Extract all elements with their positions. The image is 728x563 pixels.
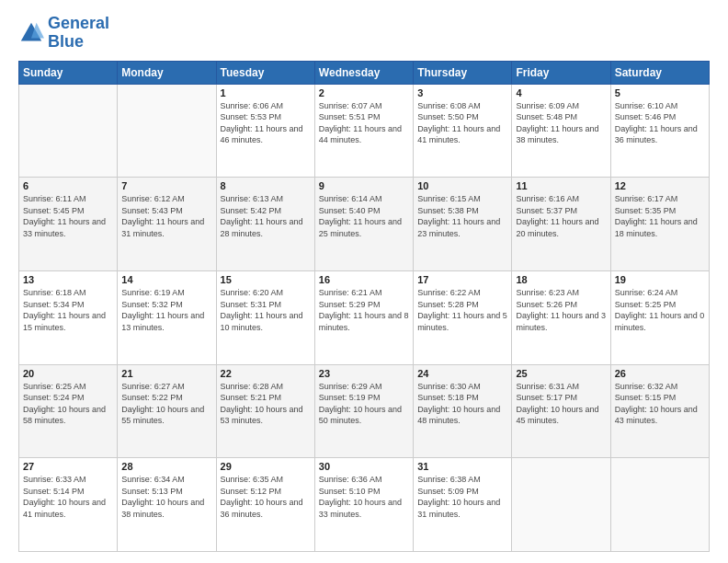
calendar-week-row: 20Sunrise: 6:25 AMSunset: 5:24 PMDayligh… — [19, 364, 710, 458]
calendar-table: SundayMondayTuesdayWednesdayThursdayFrid… — [18, 61, 710, 552]
day-number: 17 — [417, 274, 507, 285]
day-info: Sunrise: 6:11 AMSunset: 5:45 PMDaylight:… — [23, 193, 113, 239]
calendar-cell: 19Sunrise: 6:24 AMSunset: 5:25 PMDayligh… — [610, 270, 709, 364]
day-info: Sunrise: 6:14 AMSunset: 5:40 PMDaylight:… — [319, 193, 409, 239]
calendar-cell: 2Sunrise: 6:07 AMSunset: 5:51 PMDaylight… — [314, 84, 413, 178]
calendar-day-header: Saturday — [610, 61, 709, 84]
calendar-day-header: Wednesday — [314, 61, 413, 84]
page: General Blue SundayMondayTuesdayWednesda… — [0, 0, 728, 563]
calendar-cell: 27Sunrise: 6:33 AMSunset: 5:14 PMDayligh… — [19, 458, 118, 552]
day-info: Sunrise: 6:38 AMSunset: 5:09 PMDaylight:… — [417, 474, 507, 520]
day-info: Sunrise: 6:25 AMSunset: 5:24 PMDaylight:… — [23, 381, 113, 427]
calendar-week-row: 13Sunrise: 6:18 AMSunset: 5:34 PMDayligh… — [19, 270, 710, 364]
calendar-day-header: Sunday — [19, 61, 118, 84]
day-info: Sunrise: 6:10 AMSunset: 5:46 PMDaylight:… — [615, 100, 705, 146]
calendar-cell: 26Sunrise: 6:32 AMSunset: 5:15 PMDayligh… — [610, 364, 709, 458]
calendar-cell: 29Sunrise: 6:35 AMSunset: 5:12 PMDayligh… — [216, 458, 314, 552]
calendar-week-row: 6Sunrise: 6:11 AMSunset: 5:45 PMDaylight… — [19, 178, 710, 271]
day-number: 29 — [221, 461, 311, 472]
calendar-cell: 13Sunrise: 6:18 AMSunset: 5:34 PMDayligh… — [19, 270, 118, 364]
day-number: 27 — [23, 461, 113, 472]
day-number: 1 — [221, 87, 311, 98]
day-info: Sunrise: 6:07 AMSunset: 5:51 PMDaylight:… — [319, 100, 409, 146]
day-number: 3 — [417, 87, 507, 98]
calendar-day-header: Thursday — [414, 61, 512, 84]
day-info: Sunrise: 6:09 AMSunset: 5:48 PMDaylight:… — [516, 100, 606, 146]
calendar-cell: 6Sunrise: 6:11 AMSunset: 5:45 PMDaylight… — [19, 178, 118, 271]
calendar-cell: 1Sunrise: 6:06 AMSunset: 5:53 PMDaylight… — [216, 84, 314, 178]
calendar-cell: 22Sunrise: 6:28 AMSunset: 5:21 PMDayligh… — [216, 364, 314, 458]
calendar-cell: 18Sunrise: 6:23 AMSunset: 5:26 PMDayligh… — [512, 270, 610, 364]
day-number: 12 — [615, 180, 705, 191]
calendar-cell: 8Sunrise: 6:13 AMSunset: 5:42 PMDaylight… — [216, 178, 314, 271]
calendar-cell — [19, 84, 118, 178]
calendar-day-header: Monday — [118, 61, 216, 84]
day-number: 14 — [121, 274, 211, 285]
day-info: Sunrise: 6:27 AMSunset: 5:22 PMDaylight:… — [121, 381, 211, 427]
day-number: 31 — [417, 461, 507, 472]
day-number: 23 — [319, 368, 409, 379]
day-info: Sunrise: 6:29 AMSunset: 5:19 PMDaylight:… — [319, 381, 409, 427]
day-number: 10 — [417, 180, 507, 191]
day-info: Sunrise: 6:12 AMSunset: 5:43 PMDaylight:… — [121, 193, 211, 239]
calendar-cell — [118, 84, 216, 178]
header: General Blue — [18, 15, 710, 52]
day-info: Sunrise: 6:36 AMSunset: 5:10 PMDaylight:… — [319, 474, 409, 520]
calendar-cell: 20Sunrise: 6:25 AMSunset: 5:24 PMDayligh… — [19, 364, 118, 458]
day-number: 5 — [615, 87, 705, 98]
day-info: Sunrise: 6:15 AMSunset: 5:38 PMDaylight:… — [417, 193, 507, 239]
calendar-cell: 5Sunrise: 6:10 AMSunset: 5:46 PMDaylight… — [610, 84, 709, 178]
logo: General Blue — [18, 15, 109, 52]
day-number: 28 — [121, 461, 211, 472]
calendar-cell: 14Sunrise: 6:19 AMSunset: 5:32 PMDayligh… — [118, 270, 216, 364]
logo-icon — [18, 20, 44, 46]
day-number: 21 — [121, 368, 211, 379]
day-number: 20 — [23, 368, 113, 379]
day-number: 6 — [23, 180, 113, 191]
calendar-day-header: Friday — [512, 61, 610, 84]
day-number: 18 — [516, 274, 606, 285]
calendar-cell — [512, 458, 610, 552]
calendar-day-header: Tuesday — [216, 61, 314, 84]
day-info: Sunrise: 6:22 AMSunset: 5:28 PMDaylight:… — [417, 287, 507, 333]
day-info: Sunrise: 6:35 AMSunset: 5:12 PMDaylight:… — [221, 474, 311, 520]
calendar-cell: 15Sunrise: 6:20 AMSunset: 5:31 PMDayligh… — [216, 270, 314, 364]
day-info: Sunrise: 6:06 AMSunset: 5:53 PMDaylight:… — [221, 100, 311, 146]
calendar-week-row: 27Sunrise: 6:33 AMSunset: 5:14 PMDayligh… — [19, 458, 710, 552]
day-number: 19 — [615, 274, 705, 285]
day-info: Sunrise: 6:34 AMSunset: 5:13 PMDaylight:… — [121, 474, 211, 520]
calendar-cell: 10Sunrise: 6:15 AMSunset: 5:38 PMDayligh… — [414, 178, 512, 271]
calendar-cell: 21Sunrise: 6:27 AMSunset: 5:22 PMDayligh… — [118, 364, 216, 458]
day-info: Sunrise: 6:18 AMSunset: 5:34 PMDaylight:… — [23, 287, 113, 333]
calendar-cell: 25Sunrise: 6:31 AMSunset: 5:17 PMDayligh… — [512, 364, 610, 458]
day-info: Sunrise: 6:17 AMSunset: 5:35 PMDaylight:… — [615, 193, 705, 239]
calendar-cell: 4Sunrise: 6:09 AMSunset: 5:48 PMDaylight… — [512, 84, 610, 178]
day-number: 24 — [417, 368, 507, 379]
calendar-cell: 11Sunrise: 6:16 AMSunset: 5:37 PMDayligh… — [512, 178, 610, 271]
calendar-cell: 9Sunrise: 6:14 AMSunset: 5:40 PMDaylight… — [314, 178, 413, 271]
day-number: 16 — [319, 274, 409, 285]
calendar-cell: 17Sunrise: 6:22 AMSunset: 5:28 PMDayligh… — [414, 270, 512, 364]
day-number: 13 — [23, 274, 113, 285]
calendar-week-row: 1Sunrise: 6:06 AMSunset: 5:53 PMDaylight… — [19, 84, 710, 178]
day-number: 7 — [121, 180, 211, 191]
calendar-cell: 23Sunrise: 6:29 AMSunset: 5:19 PMDayligh… — [314, 364, 413, 458]
logo-text: General Blue — [48, 15, 109, 52]
day-number: 30 — [319, 461, 409, 472]
calendar-cell: 16Sunrise: 6:21 AMSunset: 5:29 PMDayligh… — [314, 270, 413, 364]
day-info: Sunrise: 6:21 AMSunset: 5:29 PMDaylight:… — [319, 287, 409, 333]
day-info: Sunrise: 6:32 AMSunset: 5:15 PMDaylight:… — [615, 381, 705, 427]
day-info: Sunrise: 6:31 AMSunset: 5:17 PMDaylight:… — [516, 381, 606, 427]
day-info: Sunrise: 6:13 AMSunset: 5:42 PMDaylight:… — [221, 193, 311, 239]
day-info: Sunrise: 6:19 AMSunset: 5:32 PMDaylight:… — [121, 287, 211, 333]
day-number: 26 — [615, 368, 705, 379]
day-info: Sunrise: 6:08 AMSunset: 5:50 PMDaylight:… — [417, 100, 507, 146]
day-info: Sunrise: 6:20 AMSunset: 5:31 PMDaylight:… — [221, 287, 311, 333]
calendar-cell: 24Sunrise: 6:30 AMSunset: 5:18 PMDayligh… — [414, 364, 512, 458]
day-number: 15 — [221, 274, 311, 285]
day-info: Sunrise: 6:30 AMSunset: 5:18 PMDaylight:… — [417, 381, 507, 427]
day-number: 4 — [516, 87, 606, 98]
day-number: 11 — [516, 180, 606, 191]
calendar-cell: 7Sunrise: 6:12 AMSunset: 5:43 PMDaylight… — [118, 178, 216, 271]
calendar-cell: 30Sunrise: 6:36 AMSunset: 5:10 PMDayligh… — [314, 458, 413, 552]
